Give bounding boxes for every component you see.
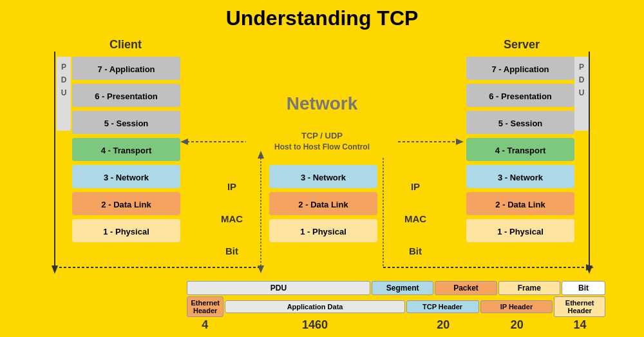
- server-data-label: 2 - Data Link: [495, 200, 545, 209]
- server-trans-label: 4 - Transport: [495, 146, 546, 155]
- mac-left-label: MAC: [221, 213, 243, 224]
- client-sess-label: 5 - Session: [104, 119, 149, 128]
- client-phys-label: 1 - Physical: [103, 227, 149, 236]
- ip-right-label: IP: [411, 181, 420, 192]
- server-phys-label: 1 - Physical: [497, 227, 544, 236]
- mid-data-label: 2 - Data Link: [298, 200, 348, 209]
- app-data-cell: Application Data: [225, 300, 404, 313]
- diagram-svg: Client Server Network TCP / UDP Host to …: [0, 32, 644, 309]
- network-center-label: Network: [287, 93, 358, 113]
- num-14: 14: [554, 318, 605, 332]
- packet-header: Packet: [435, 281, 497, 295]
- main-title: Understanding TCP: [0, 0, 644, 30]
- bit-left-label: Bit: [225, 246, 238, 256]
- pdu-header: PDU: [187, 281, 370, 295]
- num-1460: 1460: [224, 318, 406, 332]
- ethernet-header-cell: EthernetHeader: [187, 296, 223, 317]
- client-data-label: 2 - Data Link: [101, 200, 151, 209]
- bit-header: Bit: [562, 281, 605, 295]
- tcp-udp-label: TCP / UDP: [301, 131, 343, 140]
- svg-text:D: D: [579, 75, 585, 84]
- client-net-label: 3 - Network: [104, 173, 149, 182]
- client-app-label: 7 - Application: [97, 64, 155, 74]
- svg-text:P: P: [579, 63, 584, 72]
- bit-right-label: Bit: [409, 246, 422, 256]
- server-app-label: 7 - Application: [491, 64, 549, 74]
- server-sess-label: 5 - Session: [498, 119, 543, 128]
- host-flow-label: Host to Host Flow Control: [274, 142, 370, 151]
- num-4: 4: [187, 318, 223, 332]
- segment-header: Segment: [372, 281, 433, 295]
- num-20-tcp: 20: [407, 318, 480, 332]
- svg-text:D: D: [61, 75, 67, 84]
- ip-header-cell: IP Header: [480, 300, 553, 313]
- mid-phys-label: 1 - Physical: [300, 227, 346, 236]
- tcp-arrow-left: [180, 139, 188, 145]
- mac-right-label: MAC: [404, 213, 426, 224]
- svg-text:U: U: [61, 88, 67, 97]
- ip-left-label: IP: [227, 181, 236, 192]
- server-net-label: 3 - Network: [498, 173, 544, 182]
- client-trans-label: 4 - Transport: [101, 146, 152, 155]
- num-20-ip: 20: [481, 318, 554, 332]
- left-arrow-down: [52, 265, 58, 274]
- mid-arrow-up: [258, 151, 264, 159]
- frame-header: Frame: [498, 281, 560, 295]
- bottom-pdu-section: PDU Segment Packet Frame Bit EthernetHea…: [39, 281, 605, 332]
- server-pres-label: 6 - Presentation: [489, 91, 552, 101]
- tcp-header-cell: TCP Header: [406, 300, 479, 313]
- mid-net-label: 3 - Network: [301, 173, 346, 182]
- tcp-arrow-right: [456, 139, 464, 145]
- svg-text:P: P: [61, 63, 66, 72]
- client-pres-label: 6 - Presentation: [95, 91, 158, 101]
- svg-text:U: U: [579, 88, 585, 97]
- eth-header2-cell: EthernetHeader: [554, 296, 605, 317]
- client-label: Client: [109, 38, 142, 51]
- mid-arrow-down: [258, 265, 264, 273]
- server-label: Server: [504, 38, 540, 51]
